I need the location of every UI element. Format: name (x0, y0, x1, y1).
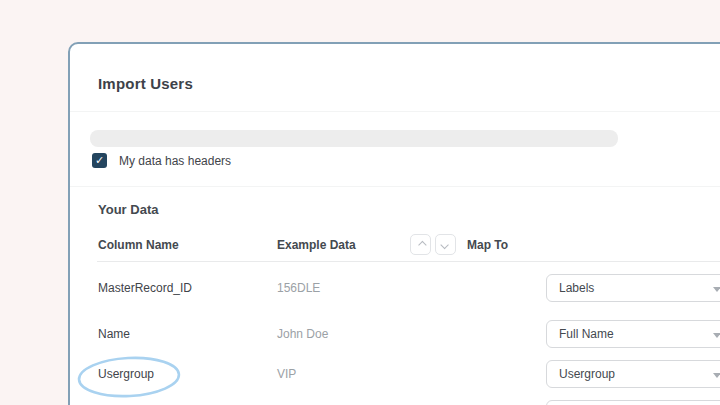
map-to-select[interactable]: Labels (546, 274, 720, 302)
example-data-cell: 156DLE (277, 281, 320, 295)
column-header-column-name: Column Name (98, 238, 179, 252)
table-row: Usergroup VIP Usergroup (70, 360, 720, 388)
import-users-modal: Import Users ✓ My data has headers Your … (68, 42, 720, 405)
column-header-example-data: Example Data (277, 238, 356, 252)
table-row: MasterRecord_ID 156DLE Labels (70, 274, 720, 302)
divider (70, 111, 720, 112)
table-row-partial (70, 400, 720, 405)
headers-checkbox-label: My data has headers (119, 154, 231, 168)
example-data-cell: John Doe (277, 327, 328, 341)
caret-down-icon (713, 373, 720, 378)
sort-up-button[interactable] (410, 234, 431, 255)
caret-down-icon (713, 287, 720, 292)
map-to-select[interactable] (546, 400, 720, 405)
map-to-select[interactable]: Full Name (546, 320, 720, 348)
headers-checkbox-row: ✓ My data has headers (92, 153, 231, 168)
column-header-map-to: Map To (467, 238, 508, 252)
column-name-cell: Name (98, 327, 130, 341)
table-row: Name John Doe Full Name (70, 320, 720, 348)
chevron-down-icon (440, 240, 448, 248)
map-to-select-value: Labels (559, 281, 594, 295)
checkmark-icon: ✓ (95, 155, 104, 166)
headers-checkbox[interactable]: ✓ (92, 153, 107, 168)
modal-title: Import Users (98, 75, 193, 92)
column-name-cell: MasterRecord_ID (98, 281, 192, 295)
map-to-select-value: Full Name (559, 327, 614, 341)
sort-down-button[interactable] (435, 234, 456, 255)
file-placeholder-bar (90, 130, 618, 147)
table-header-divider (97, 261, 720, 262)
section-title: Your Data (98, 202, 158, 217)
chevron-up-icon (418, 240, 426, 248)
map-to-select-value: Usergroup (559, 367, 615, 381)
example-data-cell: VIP (277, 367, 296, 381)
caret-down-icon (713, 333, 720, 338)
column-name-cell: Usergroup (98, 367, 154, 381)
map-to-select[interactable]: Usergroup (546, 360, 720, 388)
divider (70, 186, 720, 187)
